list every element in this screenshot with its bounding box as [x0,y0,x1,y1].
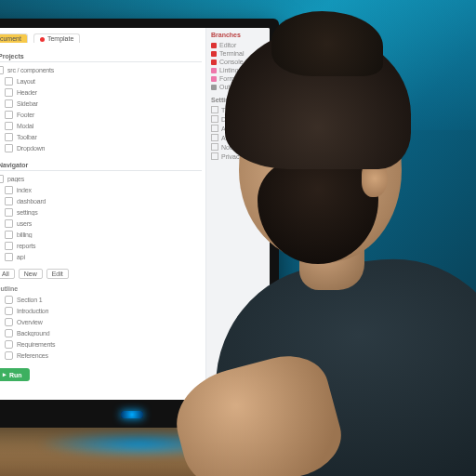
tree-item[interactable]: Toolbar [0,131,202,142]
tree-item[interactable]: reports [0,240,202,251]
tree-item[interactable]: Layout [0,75,202,86]
tree-item[interactable]: billing [0,229,202,240]
tree-item[interactable]: dashboard [0,195,202,206]
dot-icon [5,340,13,349]
outline-list: Section 1 Introduction Overview Backgrou… [0,294,202,361]
file-icon [5,88,13,97]
file-icon [5,253,13,261]
list-item[interactable]: Requirements [0,338,202,350]
filter-chip[interactable]: New [19,269,43,279]
tab-secondary[interactable]: Template [33,33,80,43]
file-icon [5,197,13,205]
file-icon [5,219,13,228]
file-icon [5,99,13,108]
chip-row: All New Edit [0,268,202,280]
projects-header: Projects [0,50,202,62]
tree-item[interactable]: settings [0,206,202,218]
tree-a: src / components Layout Header Sidebar F… [0,64,202,153]
tree-item[interactable]: Header [0,86,202,98]
navigator-label: Navigator [0,162,28,168]
file-icon [5,231,13,239]
dot-icon [5,351,13,360]
filter-chip[interactable]: All [0,269,15,279]
projects-label: Projects [0,53,24,60]
tree-root[interactable]: src / components [0,64,202,75]
person [197,48,476,476]
file-icon [5,77,13,86]
editor-area: Projects src / components Layout Header … [0,28,206,400]
list-item[interactable]: Background [0,327,202,338]
file-icon [5,242,13,250]
tree-item[interactable]: Sidebar [0,98,202,109]
chevron-down-icon [0,66,4,74]
tab-label: Document [0,35,21,42]
run-label: Run [9,372,22,378]
panel-brand: Branches [211,32,265,38]
list-item[interactable]: Section 1 [0,294,202,305]
dot-icon [5,329,13,337]
list-item[interactable]: Overview [0,316,202,327]
tree-item[interactable]: Modal [0,120,202,131]
tree-item[interactable]: Footer [0,109,202,120]
record-icon [40,37,45,42]
play-icon: ▸ [3,371,7,378]
power-led [121,411,143,418]
run-button[interactable]: ▸ Run [0,368,30,381]
tree-item[interactable]: Dropdown [0,142,202,153]
filter-chip[interactable]: Edit [46,269,69,279]
file-icon [5,133,13,141]
swatch-icon [211,43,217,48]
tab-active[interactable]: Document [0,33,28,43]
tree-root[interactable]: pages [0,173,202,184]
tree-item[interactable]: users [0,218,202,229]
list-item[interactable]: Introduction [0,305,202,316]
file-icon [5,186,13,194]
list-item[interactable]: References [0,350,202,361]
tree-item[interactable]: api [0,251,202,262]
dot-icon [5,307,13,315]
chevron-down-icon [0,175,4,183]
navigator-header: Navigator [0,159,202,171]
tab-bar: Document Template [0,33,80,43]
file-icon [5,144,13,152]
tab-label: Template [47,35,73,42]
file-icon [5,122,13,130]
tree-item[interactable]: index [0,184,202,195]
tree-b: pages index dashboard settings users bil… [0,173,202,262]
file-icon [5,208,13,217]
dot-icon [5,296,13,304]
dot-icon [5,318,13,326]
file-icon [5,111,13,119]
outline-header: Outline [0,285,202,292]
